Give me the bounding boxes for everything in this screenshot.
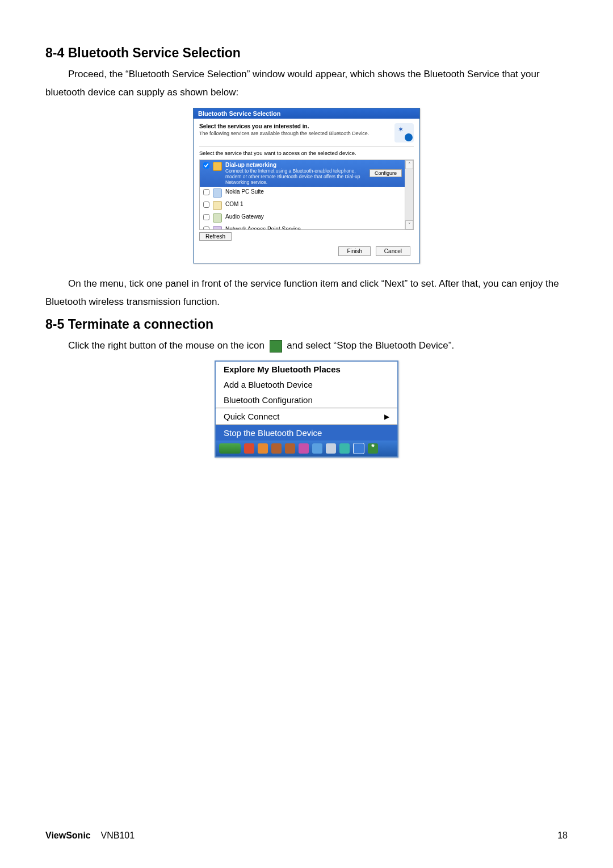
tray-icon[interactable] [285, 443, 295, 454]
scroll-down-icon[interactable]: ˅ [405, 220, 413, 229]
tray-icon[interactable] [312, 443, 322, 454]
service-checkbox[interactable] [203, 189, 209, 195]
service-description: Connect to the Internet using a Bluetoot… [225, 168, 366, 185]
tray-icon[interactable] [353, 443, 364, 454]
text-before-icon: Click the right button of the mouse on t… [68, 340, 267, 351]
page-number: 18 [557, 831, 568, 841]
service-list: Dial-up networking Connect to the Intern… [199, 160, 414, 230]
tray-icon[interactable] [326, 443, 336, 454]
bluetooth-service-selection-dialog: Bluetooth Service Selection Select the s… [193, 108, 420, 263]
configure-button[interactable]: Configure [370, 169, 402, 177]
menu-stop-device[interactable]: Stop the Bluetooth Device [216, 425, 397, 441]
menu-quick-connect-label: Quick Connect [224, 412, 279, 421]
text-after-icon: and select “Stop the Bluetooth Device”. [287, 340, 454, 351]
folder-icon [213, 188, 222, 198]
service-checkbox[interactable] [203, 214, 209, 220]
dial-up-icon [213, 162, 222, 171]
dialog-instruction: Select the service that you want to acce… [199, 150, 414, 156]
scroll-up-icon[interactable]: ˄ [405, 160, 413, 169]
section-8-4-paragraph-1: Proceed, the “Bluetooth Service Selectio… [45, 65, 568, 102]
bluetooth-context-menu: Explore My Bluetooth Places Add a Blueto… [215, 360, 398, 458]
scrollbar[interactable]: ˄ ˅ [405, 160, 413, 229]
audio-gateway-icon [213, 213, 222, 223]
section-heading-8-4: 8-4 Bluetooth Service Selection [45, 45, 568, 61]
dialog-subhead: The following services are available thr… [199, 131, 390, 136]
service-label: Nokia PC Suite [225, 188, 402, 195]
footer-model: VNB101 [101, 831, 135, 840]
bluetooth-tray-icon[interactable] [368, 443, 378, 454]
tray-icon[interactable] [299, 443, 309, 454]
menu-explore-places[interactable]: Explore My Bluetooth Places [216, 362, 397, 377]
service-checkbox[interactable] [203, 202, 209, 208]
menu-quick-connect[interactable]: Quick Connect ▶ [216, 409, 397, 424]
service-label: COM 1 [225, 201, 402, 207]
dialog-headline: Select the services you are interested i… [199, 123, 309, 129]
tray-icon[interactable] [258, 443, 268, 454]
service-nokia-pc-suite[interactable]: Nokia PC Suite [200, 187, 405, 199]
menu-bluetooth-config[interactable]: Bluetooth Configuration [216, 392, 397, 408]
cancel-button[interactable]: Cancel [376, 246, 410, 256]
taskbar [216, 441, 397, 456]
tray-icon[interactable] [271, 443, 282, 454]
footer-brand: ViewSonic [45, 831, 91, 840]
folder-icon [213, 201, 222, 210]
start-button-icon[interactable] [219, 443, 241, 454]
service-label: Audio Gateway [225, 213, 402, 220]
service-label: Network Access Point Service [225, 226, 402, 230]
finish-button[interactable]: Finish [338, 246, 371, 256]
service-checkbox[interactable] [203, 162, 209, 169]
service-audio-gateway[interactable]: Audio Gateway [200, 212, 405, 224]
tray-icon[interactable] [339, 443, 350, 454]
service-label: Dial-up networking [225, 162, 276, 168]
section-8-4-paragraph-2: On the menu, tick one panel in front of … [45, 275, 568, 312]
service-com1[interactable]: COM 1 [200, 199, 405, 212]
menu-add-device[interactable]: Add a Bluetooth Device [216, 377, 397, 392]
service-checkbox[interactable] [203, 227, 209, 230]
service-dial-up-networking[interactable]: Dial-up networking Connect to the Intern… [200, 160, 405, 187]
bluetooth-tray-icon [270, 340, 282, 353]
tray-icon[interactable] [244, 443, 254, 454]
page-footer: ViewSonic VNB101 18 [45, 831, 568, 841]
submenu-arrow-icon: ▶ [384, 413, 389, 421]
section-heading-8-5: 8-5 Terminate a connection [45, 317, 568, 332]
network-icon [213, 226, 222, 230]
dialog-title-bar: Bluetooth Service Selection [194, 108, 419, 119]
service-network-access-point[interactable]: Network Access Point Service [200, 224, 405, 230]
section-8-5-paragraph: Click the right button of the mouse on t… [45, 337, 568, 355]
bluetooth-icon: * [394, 123, 414, 142]
refresh-button[interactable]: Refresh [199, 232, 232, 241]
